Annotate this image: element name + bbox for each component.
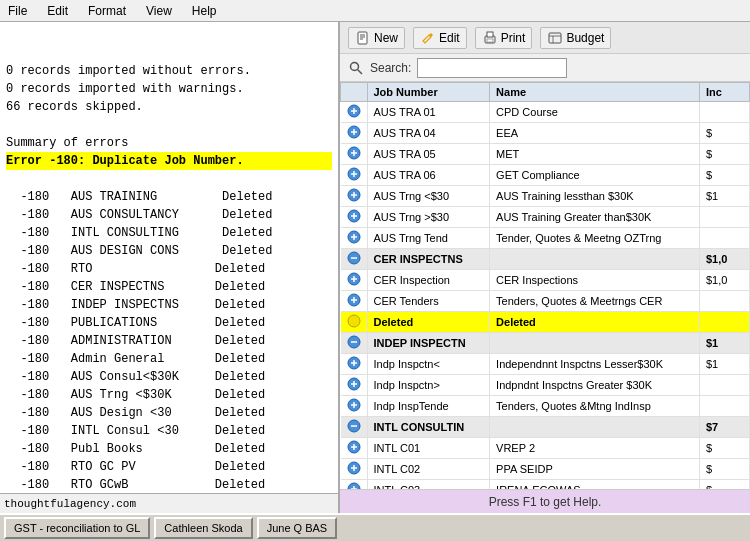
- inc-cell: [700, 312, 750, 333]
- log-line: -180 AUS TRAINING Deleted: [6, 188, 332, 206]
- table-row[interactable]: INTL CONSULTIN$7: [341, 417, 750, 438]
- log-line: -180 INDEP INSPECTNS Deleted: [6, 296, 332, 314]
- log-content[interactable]: 0 records imported without errors.0 reco…: [0, 22, 338, 493]
- table-row[interactable]: CER TendersTenders, Quotes & Meetrngs CE…: [341, 291, 750, 312]
- table-row[interactable]: INTL C02PPA SEIDP$: [341, 459, 750, 480]
- edit-button[interactable]: Edit: [413, 27, 467, 49]
- table-row[interactable]: INTL C03IRENA ECOWAS$: [341, 480, 750, 490]
- job-number-cell: Indp InspTende: [367, 396, 490, 417]
- menu-view[interactable]: View: [142, 3, 176, 19]
- name-cell: CPD Course: [490, 102, 700, 123]
- table-row[interactable]: AUS Trng TendTender, Quotes & Meetng OZT…: [341, 228, 750, 249]
- name-cell: GET Compliance: [490, 165, 700, 186]
- log-line: -180 PUBLICATIONS Deleted: [6, 314, 332, 332]
- log-line: -180 INTL Consul <30 Deleted: [6, 422, 332, 440]
- log-line: -180 AUS Consul<$30K Deleted: [6, 368, 332, 386]
- inc-cell: $1,0: [700, 249, 750, 270]
- log-line: 0 records imported without errors.: [6, 62, 332, 80]
- table-row[interactable]: INTL C01VREP 2$: [341, 438, 750, 459]
- log-line: -180 AUS DESIGN CONS Deleted: [6, 242, 332, 260]
- new-button[interactable]: New: [348, 27, 405, 49]
- table-container[interactable]: Job Number Name Inc AUS TRA 01CPD Course…: [340, 82, 750, 489]
- table-row[interactable]: Indp InspTendeTenders, Quotes &Mtng IndI…: [341, 396, 750, 417]
- svg-rect-0: [358, 32, 367, 44]
- job-number-cell: Deleted: [367, 312, 490, 333]
- log-line: [6, 170, 332, 188]
- new-icon: [355, 30, 371, 46]
- log-line: -180 Publ Books Deleted: [6, 440, 332, 458]
- inc-cell: $: [700, 144, 750, 165]
- search-input[interactable]: [417, 58, 567, 78]
- row-icon-cell: [341, 228, 368, 249]
- row-icon-cell: [341, 186, 368, 207]
- col-inc: Inc: [700, 83, 750, 102]
- table-row[interactable]: INDEP INSPECTN$1: [341, 333, 750, 354]
- inc-cell: $: [700, 165, 750, 186]
- name-cell: IRENA ECOWAS: [490, 480, 700, 490]
- job-number-cell: AUS TRA 04: [367, 123, 490, 144]
- inc-cell: $: [700, 438, 750, 459]
- job-number-cell: AUS TRA 05: [367, 144, 490, 165]
- col-icon: [341, 83, 368, 102]
- name-cell: Independnnt Inspctns Lesser$30K: [490, 354, 700, 375]
- table-row[interactable]: AUS Trng >$30AUS Training Greater than$3…: [341, 207, 750, 228]
- menu-edit[interactable]: Edit: [43, 3, 72, 19]
- svg-line-11: [358, 69, 363, 74]
- table-row[interactable]: DeletedDeleted: [341, 312, 750, 333]
- log-line: -180 AUS CONSULTANCY Deleted: [6, 206, 332, 224]
- svg-point-10: [351, 62, 359, 70]
- table-row[interactable]: AUS TRA 04EEA$: [341, 123, 750, 144]
- name-cell: EEA: [490, 123, 700, 144]
- table-header-row: Job Number Name Inc: [341, 83, 750, 102]
- name-cell: Tender, Quotes & Meetng OZTrng: [490, 228, 700, 249]
- inc-cell: $7: [700, 417, 750, 438]
- menu-format[interactable]: Format: [84, 3, 130, 19]
- name-cell: AUS Training lessthan $30K: [490, 186, 700, 207]
- budget-button[interactable]: Budget: [540, 27, 611, 49]
- menu-file[interactable]: File: [4, 3, 31, 19]
- table-row[interactable]: Indp Inspctn<Independnnt Inspctns Lesser…: [341, 354, 750, 375]
- row-icon-cell: [341, 459, 368, 480]
- log-panel: 0 records imported without errors.0 reco…: [0, 22, 340, 513]
- print-label: Print: [501, 31, 526, 45]
- budget-icon: [547, 30, 563, 46]
- row-icon-cell: [341, 144, 368, 165]
- job-number-cell: AUS TRA 06: [367, 165, 490, 186]
- log-line: Error -180: Duplicate Job Number.: [6, 152, 332, 170]
- inc-cell: $1: [700, 333, 750, 354]
- inc-cell: $: [700, 480, 750, 490]
- inc-cell: [700, 396, 750, 417]
- search-label: Search:: [370, 61, 411, 75]
- name-cell: [490, 417, 700, 438]
- table-row[interactable]: AUS TRA 05MET$: [341, 144, 750, 165]
- inc-cell: [700, 228, 750, 249]
- log-bottom: thoughtfulagency.com: [0, 493, 338, 513]
- job-number-cell: INDEP INSPECTN: [367, 333, 490, 354]
- log-line: -180 ADMINISTRATION Deleted: [6, 332, 332, 350]
- name-cell: CER Inspections: [490, 270, 700, 291]
- row-icon-cell: [341, 396, 368, 417]
- right-panel: New Edit Pr: [340, 22, 750, 513]
- print-button[interactable]: Print: [475, 27, 533, 49]
- table-row[interactable]: CER InspectionCER Inspections$1,0: [341, 270, 750, 291]
- name-cell: AUS Training Greater than$30K: [490, 207, 700, 228]
- taskbar-btn-cathleen[interactable]: Cathleen Skoda: [154, 517, 252, 539]
- inc-cell: $1: [700, 354, 750, 375]
- log-line: 0 records imported with warnings.: [6, 80, 332, 98]
- table-row[interactable]: AUS TRA 01CPD Course: [341, 102, 750, 123]
- menu-help[interactable]: Help: [188, 3, 221, 19]
- table-row[interactable]: Indp Inspctn>Indpndnt Inspctns Greater $…: [341, 375, 750, 396]
- inc-cell: [700, 375, 750, 396]
- taskbar-btn-gst[interactable]: GST - reconciliation to GL: [4, 517, 150, 539]
- taskbar-btn-june[interactable]: June Q BAS: [257, 517, 338, 539]
- table-row[interactable]: CER INSPECTNS$1,0: [341, 249, 750, 270]
- row-icon-cell: [341, 438, 368, 459]
- log-line: [6, 116, 332, 134]
- budget-label: Budget: [566, 31, 604, 45]
- new-label: New: [374, 31, 398, 45]
- row-icon-cell: [341, 270, 368, 291]
- table-row[interactable]: AUS TRA 06GET Compliance$: [341, 165, 750, 186]
- row-icon-cell: [341, 207, 368, 228]
- table-row[interactable]: AUS Trng <$30AUS Training lessthan $30K$…: [341, 186, 750, 207]
- row-icon-cell: [341, 102, 368, 123]
